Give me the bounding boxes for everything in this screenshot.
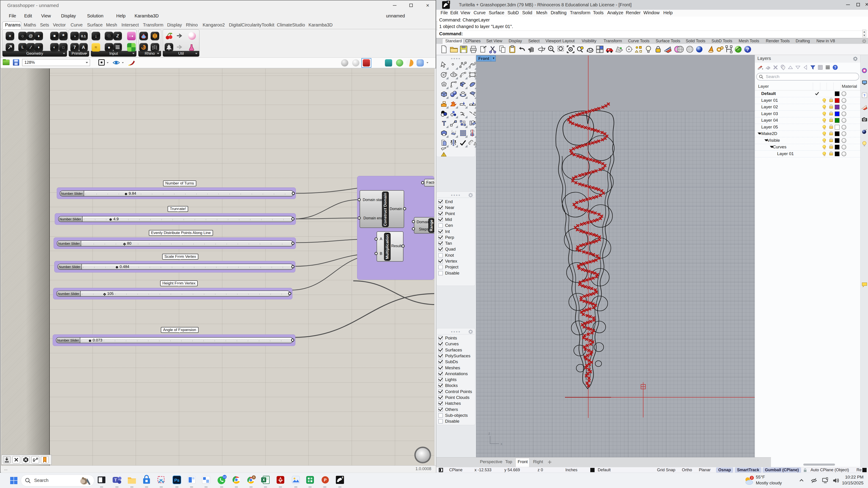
svg-text:z: z bbox=[488, 431, 490, 435]
svg-text:T: T bbox=[115, 478, 117, 482]
svg-text:Ps: Ps bbox=[174, 478, 179, 483]
svg-text:x: x bbox=[500, 441, 502, 446]
svg-text:+: + bbox=[762, 67, 763, 70]
svg-text:?: ? bbox=[834, 66, 836, 69]
svg-text:P: P bbox=[324, 478, 327, 482]
svg-text:8: 8 bbox=[342, 476, 343, 479]
svg-text:?: ? bbox=[746, 47, 749, 52]
svg-text:?: ? bbox=[863, 93, 865, 97]
svg-text:T: T bbox=[442, 120, 446, 127]
svg-text:X: X bbox=[262, 478, 265, 482]
svg-text:63: 63 bbox=[223, 476, 226, 478]
svg-text:3: 3 bbox=[751, 476, 753, 480]
